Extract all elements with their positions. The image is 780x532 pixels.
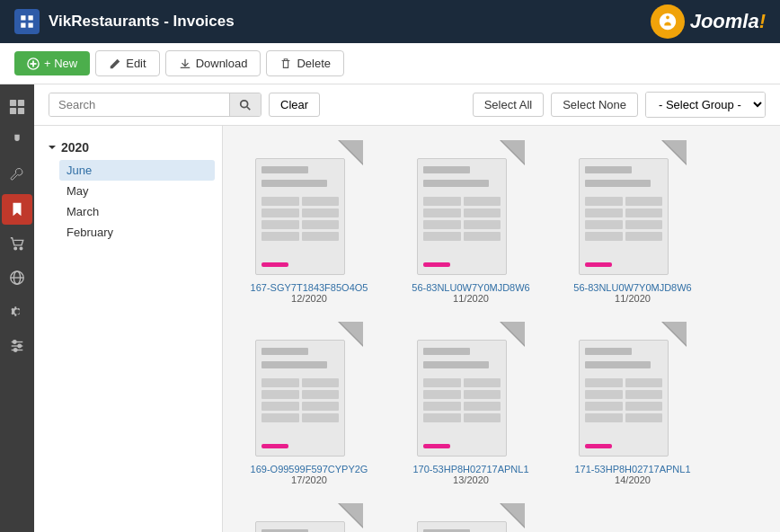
sidebar-item-settings[interactable] [2,297,32,327]
tree-year-2020[interactable]: 2020 [41,137,215,158]
sidebar-item-sliders[interactable] [2,331,32,361]
svg-rect-7 [10,100,16,106]
invoice-icon [579,322,687,457]
svg-rect-2 [21,23,25,28]
invoice-date: 12/2020 [291,293,327,304]
invoice-name[interactable]: 56-83NLU0W7Y0MJD8W6 [412,282,529,293]
grid-item[interactable]: 172-53HP8H02717APNL1 15/2020 [237,503,381,532]
invoice-name[interactable]: 167-SGY7T1843F85O4O5 [251,282,368,293]
invoice-fold-inner [340,140,363,164]
tree-months: June May March February [41,160,215,243]
invoice-name[interactable]: 56-83NLU0W7Y0MJD8W6 [573,282,691,293]
invoice-body [579,340,669,457]
download-button[interactable]: Download [165,50,261,76]
invoice-date: 11/2020 [453,293,489,304]
delete-label: Delete [297,57,331,70]
invoice-line [585,348,632,355]
invoice-body [417,158,507,275]
content-area: 2020 June May March February [34,126,780,532]
invoice-table [585,197,662,241]
invoice-accent [423,262,450,267]
svg-rect-9 [10,108,16,114]
filterbar: Clear Select All Select None - Select Gr… [34,84,780,126]
grid-item[interactable]: 56-83NLU0W7Y0MJD8W6 11/2020 [561,140,705,304]
sidebar-item-restaurants[interactable] [2,126,32,156]
invoice-fold-inner [663,322,687,345]
select-all-button[interactable]: Select All [473,93,544,117]
clear-button[interactable]: Clear [269,93,320,117]
grid-area: 167-SGY7T1843F85O4O5 12/2020 [223,126,780,532]
search-button[interactable] [229,93,261,116]
svg-point-21 [13,349,17,352]
invoice-body [255,340,345,457]
svg-rect-10 [18,108,24,114]
invoice-body [579,158,669,275]
svg-rect-8 [18,100,24,106]
invoice-accent [585,444,612,448]
tree-month-february[interactable]: February [59,222,215,243]
invoice-date: 11/2020 [615,293,651,304]
new-button[interactable]: + New [14,51,90,75]
edit-button[interactable]: Edit [95,50,159,76]
invoice-table [261,378,339,422]
invoice-body [417,521,507,532]
tree-month-march[interactable]: March [59,201,215,222]
invoice-line [423,348,470,355]
joomla-text: Joomla! [690,10,766,33]
invoice-fold-inner [340,503,363,527]
svg-rect-3 [29,23,33,28]
download-label: Download [196,57,248,70]
invoice-table [261,197,339,241]
search-wrap [49,93,261,117]
invoice-name[interactable]: 169-O99599F597CYPY2G [251,464,368,474]
invoice-name[interactable]: 170-53HP8H02717APNL1 [412,464,528,474]
invoice-name[interactable]: 171-53HP8H02717APNL1 [574,464,690,474]
svg-point-19 [13,341,17,344]
edit-label: Edit [126,57,146,70]
grid-item[interactable]: 169-O99599F597CYPY2G 17/2020 [237,322,381,485]
grid-item[interactable]: 171-53HP8H02717APNL1 14/2020 [561,322,705,485]
invoice-fold-inner [663,140,687,164]
invoice-icon [417,322,525,457]
svg-rect-1 [29,15,33,20]
invoice-table [585,378,662,422]
invoice-body [417,340,507,457]
invoice-icon [579,140,687,275]
select-group-wrap: - Select Group - [645,92,766,118]
invoice-accent [261,262,288,267]
invoice-line [261,361,327,368]
svg-point-11 [14,247,17,250]
main-layout: Clear Select All Select None - Select Gr… [0,84,780,532]
app-icon [14,9,40,34]
grid-item[interactable]: 173-53HP8H02717APNL1 16/2020 [399,503,543,532]
select-none-button[interactable]: Select None [551,93,638,117]
invoice-accent [261,444,288,448]
sidebar-item-bookmark[interactable] [2,194,32,225]
delete-button[interactable]: Delete [266,50,344,76]
svg-point-12 [20,247,22,250]
svg-line-23 [247,106,251,110]
grid-item[interactable]: 167-SGY7T1843F85O4O5 12/2020 [237,140,381,304]
grid-item[interactable]: 56-83NLU0W7Y0MJD8W6 11/2020 [399,140,543,304]
select-group-dropdown[interactable]: - Select Group - [646,93,765,117]
tree-month-june[interactable]: June [59,160,215,181]
sidebar-item-wrench[interactable] [2,160,32,191]
invoice-icon [417,140,525,275]
year-label: 2020 [61,140,89,155]
invoice-fold-inner [340,322,363,345]
invoice-date: 13/2020 [453,474,489,485]
sidebar-item-cart[interactable] [2,228,32,259]
toolbar: + New Edit Download Delete [0,43,780,84]
invoice-accent [585,262,612,267]
invoice-fold-inner [501,140,525,164]
sidebar-item-dashboard[interactable] [2,92,32,122]
search-input[interactable] [49,93,229,116]
invoice-icon [255,322,363,457]
svg-point-22 [241,100,248,107]
sidebar-item-globe[interactable] [2,262,32,293]
invoice-icon [417,503,525,532]
tree-month-may[interactable]: May [59,181,215,201]
grid-item[interactable]: 170-53HP8H02717APNL1 13/2020 [399,322,543,485]
invoice-body [255,158,345,275]
svg-point-20 [18,344,22,348]
